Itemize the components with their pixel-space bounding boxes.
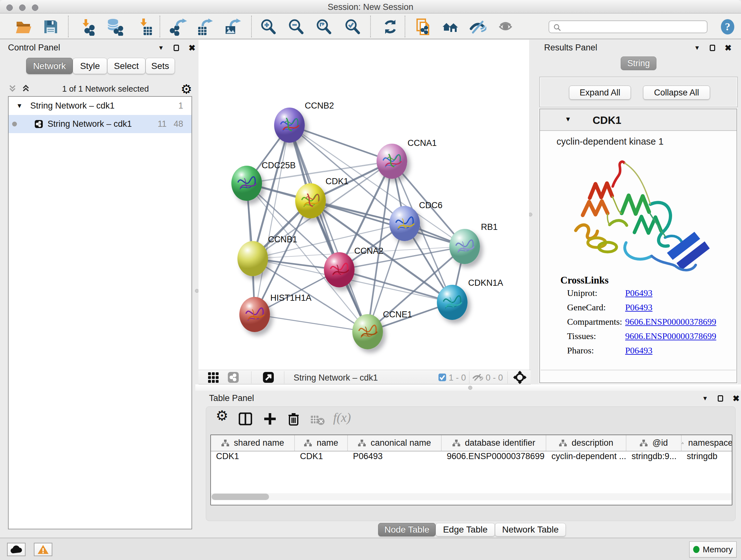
collapse-section-icon[interactable]: ▼ <box>565 116 571 123</box>
network-node-hist1h1a[interactable] <box>239 297 270 332</box>
network-tree-item[interactable]: ▼ String Network – cdk1 1 <box>9 97 192 115</box>
network-tree-item[interactable]: String Network – cdk1 11 48 <box>9 115 192 133</box>
export-table-icon[interactable] <box>196 18 213 36</box>
panel-menu-icon[interactable]: ▼ <box>694 44 700 51</box>
network-node-cdkn1a[interactable] <box>437 285 468 320</box>
tab-sets[interactable]: Sets <box>145 58 175 74</box>
node-label: CCNB2 <box>305 101 334 111</box>
table-options-gear-icon[interactable]: ⚙ <box>216 409 228 423</box>
panel-close-icon[interactable]: ✖ <box>189 45 196 51</box>
crosslink-value[interactable]: 9606.ENSP00000378699 <box>625 317 716 327</box>
collapse-all-button[interactable]: Collapse All <box>643 85 710 100</box>
crosslink-value[interactable]: P06493 <box>625 288 653 298</box>
network-view[interactable]: CCNB2CCNA1CDC25BCDK1CDC6RB1CCNB1CCNA2CDK… <box>199 40 529 370</box>
cloud-status-button[interactable] <box>7 543 25 556</box>
network-node-cdc6[interactable] <box>389 206 420 241</box>
table-horizontal-scrollbar[interactable] <box>211 493 732 500</box>
panel-menu-icon[interactable]: ▼ <box>702 395 708 402</box>
selected-checkbox-icon[interactable] <box>438 373 447 381</box>
protein-structure-image <box>559 157 725 285</box>
export-network-icon[interactable] <box>170 18 188 36</box>
network-node-cdk1[interactable] <box>295 183 326 219</box>
crosslink-value[interactable]: P06493 <box>625 346 653 356</box>
column-header-database-identifier[interactable]: database identifier <box>442 435 546 451</box>
table-cell[interactable]: cyclin-dependent ... <box>546 451 626 463</box>
panel-close-icon[interactable]: ✖ <box>725 45 732 51</box>
refresh-icon[interactable] <box>381 18 399 36</box>
crosslink-value[interactable]: 9606.ENSP00000378699 <box>625 331 716 341</box>
zoom-out-icon[interactable] <box>287 18 305 36</box>
search-input[interactable] <box>549 20 708 33</box>
delete-column-icon[interactable] <box>288 413 299 426</box>
table-cell[interactable]: 9606.ENSP00000378699 <box>442 451 546 463</box>
results-scrollbar[interactable] <box>541 370 736 382</box>
panel-float-icon[interactable] <box>710 45 715 51</box>
svg-text:?: ? <box>725 21 731 33</box>
tab-node-table[interactable]: Node Table <box>378 523 435 537</box>
column-header--id[interactable]: @id <box>626 435 682 451</box>
table-cell[interactable]: stringdb <box>682 451 732 463</box>
column-header-description[interactable]: description <box>546 435 626 451</box>
tab-edge-table[interactable]: Edge Table <box>435 523 495 537</box>
delete-table-icon[interactable] <box>310 414 325 425</box>
import-network-icon[interactable] <box>77 18 95 36</box>
table-cell[interactable]: P06493 <box>348 451 442 463</box>
tree-expander-icon[interactable]: ▼ <box>16 102 23 110</box>
network-label: String Network – cdk1 <box>48 119 132 129</box>
column-type-icon <box>221 439 229 447</box>
tab-string[interactable]: String <box>621 57 657 70</box>
help-button[interactable]: ? <box>721 19 735 35</box>
panel-float-icon[interactable] <box>718 395 723 401</box>
warning-status-button[interactable] <box>34 543 52 556</box>
column-header-shared-name[interactable]: shared name <box>211 435 295 451</box>
export-image-icon[interactable] <box>223 18 241 36</box>
import-database-icon[interactable] <box>106 18 124 36</box>
panel-menu-icon[interactable]: ▼ <box>158 44 164 51</box>
table-cell[interactable]: CDK1 <box>295 451 348 463</box>
network-node-ccna1[interactable] <box>377 144 407 179</box>
panel-float-icon[interactable] <box>174 45 179 51</box>
panel-close-icon[interactable]: ✖ <box>733 395 740 401</box>
column-header-canonical-name[interactable]: canonical name <box>348 435 442 451</box>
clone-network-icon[interactable] <box>414 18 432 36</box>
add-column-icon[interactable] <box>264 413 276 425</box>
expand-all-icon[interactable] <box>17 84 30 95</box>
show-panel-icon[interactable] <box>498 18 516 36</box>
open-in-new-icon[interactable] <box>263 372 274 383</box>
collapse-all-icon[interactable] <box>8 84 17 95</box>
hide-panel-icon[interactable] <box>468 18 486 36</box>
network-node-ccne1[interactable] <box>352 314 383 349</box>
tab-network[interactable]: Network <box>26 58 73 74</box>
tab-style[interactable]: Style <box>73 58 107 74</box>
table-row[interactable]: CDK1CDK1P064939606.ENSP00000378699cyclin… <box>211 451 732 463</box>
column-header-namespace[interactable]: namespace <box>682 435 732 451</box>
birdseye-view-icon[interactable] <box>227 372 239 383</box>
column-header-name[interactable]: name <box>295 435 348 451</box>
crosslink-value[interactable]: P06493 <box>625 302 653 313</box>
network-node-cdc25b[interactable] <box>231 166 262 201</box>
open-session-icon[interactable] <box>15 18 32 36</box>
home-pages-icon[interactable] <box>441 18 459 36</box>
zoom-selected-icon[interactable] <box>344 18 361 36</box>
network-node-ccnb2[interactable] <box>274 108 305 143</box>
function-builder-icon[interactable]: f(x) <box>333 410 351 425</box>
table-cell[interactable]: stringdb:9... <box>626 451 682 463</box>
zoom-fit-icon[interactable] <box>315 18 333 36</box>
network-node-ccnb1[interactable] <box>238 241 268 276</box>
import-table-icon[interactable] <box>135 18 153 36</box>
tab-network-table[interactable]: Network Table <box>495 523 566 537</box>
memory-button[interactable]: Memory <box>689 542 737 557</box>
network-options-gear-icon[interactable]: ⚙ <box>181 83 192 96</box>
fit-content-icon[interactable] <box>513 371 527 384</box>
grid-view-icon[interactable] <box>207 372 219 383</box>
expand-all-button[interactable]: Expand All <box>569 85 631 100</box>
table-cell[interactable]: CDK1 <box>211 451 295 463</box>
save-session-icon[interactable] <box>42 18 60 36</box>
zoom-in-icon[interactable] <box>259 18 277 36</box>
gene-section-header[interactable]: ▼ CDK1 <box>540 109 737 131</box>
network-node-ccna2[interactable] <box>324 252 354 287</box>
network-node-rb1[interactable] <box>449 229 480 264</box>
tab-select[interactable]: Select <box>107 58 145 74</box>
show-columns-icon[interactable] <box>239 413 252 425</box>
string-network-icon <box>35 120 43 128</box>
